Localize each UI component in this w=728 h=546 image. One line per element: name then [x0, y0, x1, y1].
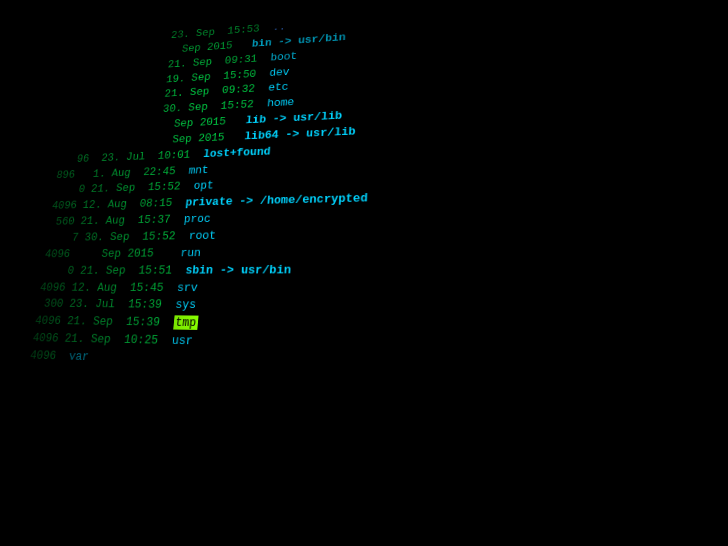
filename: sbin -> usr/bin [185, 263, 292, 277]
filename: proc [183, 212, 211, 226]
file-size: 0 21. Sep 15:52 [47, 180, 187, 197]
file-size: 4096 12. Aug 08:15 [45, 196, 179, 212]
filename: home [267, 96, 295, 110]
filename: private -> /home/encrypted [185, 191, 368, 209]
filename: var [68, 349, 90, 364]
filename: lib64 -> usr/lib [244, 125, 356, 143]
filename: opt [193, 179, 214, 193]
filename: mnt [188, 163, 209, 176]
filename: run [180, 246, 202, 260]
filename: boot [270, 50, 298, 64]
filename-highlighted: tmp [173, 316, 199, 331]
file-size: 560 21. Aug 15:37 [43, 213, 178, 228]
terminal-content: 23. Sep 15:53 .. Sep 2015 bin -> usr/bin… [0, 0, 728, 546]
filename: lost+found [203, 145, 271, 160]
file-size: 300 23. Jul 15:39 [31, 297, 170, 312]
file-size: 7 30. Sep 15:52 [40, 229, 182, 244]
file-size: 0 21. Sep 15:51 [36, 263, 180, 277]
tmp-highlight: tmp [173, 316, 199, 331]
filename: .. [272, 21, 286, 34]
filename: srv [176, 280, 198, 294]
file-size: 4096 21. Sep 10:25 [26, 331, 166, 348]
filename: sys [175, 298, 197, 312]
filename: etc [268, 81, 289, 95]
file-size: 4096 21. Sep 15:39 [28, 314, 167, 330]
terminal-row: 0 21. Sep 15:51 sbin -> usr/bin [35, 259, 728, 280]
filename: dev [269, 65, 290, 79]
filename: usr [171, 333, 193, 348]
filename: lib -> usr/lib [245, 109, 342, 126]
terminal-window: 23. Sep 15:53 .. Sep 2015 bin -> usr/bin… [0, 0, 728, 546]
file-size: 4096 12. Aug 15:45 [33, 280, 171, 294]
filename: root [188, 229, 216, 243]
file-size: 4096 Sep 2015 [38, 246, 174, 260]
file-size: 4096 [23, 348, 63, 363]
